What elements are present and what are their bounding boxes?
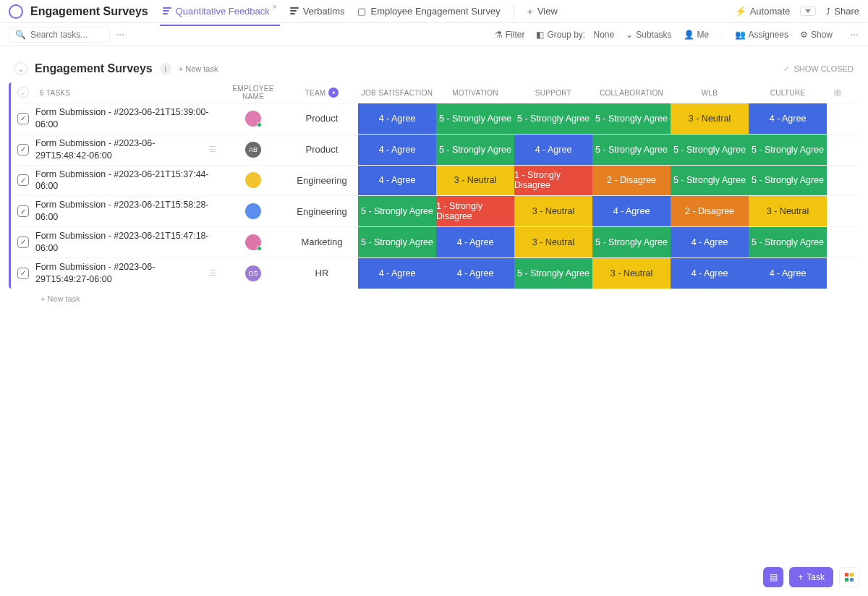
employee-cell[interactable]: AB	[221, 135, 286, 165]
score-cell[interactable]: 5 - Strongly Agree	[671, 166, 749, 196]
task-name-cell[interactable]: Form Submission - #2023-06-21T15:47:18-0…	[35, 227, 221, 257]
col-motivation[interactable]: MOTIVATION	[436, 89, 514, 97]
employee-cell[interactable]	[221, 166, 286, 196]
table-row[interactable]: ✓Form Submission - #2023-06-21T15:37:44-…	[11, 165, 859, 196]
team-cell[interactable]: Product	[286, 135, 358, 165]
score-cell[interactable]: 3 - Neutral	[671, 103, 749, 134]
score-cell[interactable]: 3 - Neutral	[592, 258, 671, 289]
group-by-button[interactable]: ◧Group by: None	[536, 30, 614, 40]
team-cell[interactable]: HR	[286, 258, 358, 289]
task-status-checkbox[interactable]: ✓	[11, 196, 35, 226]
score-cell[interactable]: 4 - Agree	[358, 166, 436, 196]
table-row[interactable]: ✓Form Submission - #2023-06-21T15:58:28-…	[11, 195, 859, 226]
automate-button[interactable]: ⚡ Automate	[735, 6, 791, 17]
score-cell[interactable]: 4 - Agree	[671, 227, 749, 257]
col-collaboration[interactable]: COLLABORATION	[592, 89, 671, 97]
col-employee-name[interactable]: EMPLOYEE NAME	[221, 85, 286, 101]
team-cell[interactable]: Engineering	[286, 196, 358, 226]
score-cell[interactable]: 4 - Agree	[514, 135, 592, 165]
score-cell[interactable]: 4 - Agree	[358, 135, 436, 165]
employee-cell[interactable]	[221, 196, 286, 226]
automate-dropdown[interactable]	[800, 7, 816, 16]
table-row[interactable]: ✓Form Submission - #2023-06-21T15:39:00-…	[11, 103, 859, 134]
info-icon[interactable]: i	[160, 63, 171, 74]
score-cell[interactable]: 4 - Agree	[436, 227, 514, 257]
score-cell[interactable]: 4 - Agree	[358, 103, 436, 134]
app-logo-icon[interactable]	[9, 4, 23, 19]
toolbar-more-button[interactable]: ⋯	[850, 30, 859, 40]
score-cell[interactable]: 5 - Strongly Agree	[436, 135, 514, 165]
add-view-button[interactable]: + View	[527, 1, 558, 22]
search-more-button[interactable]: ⋯	[116, 30, 125, 40]
score-cell[interactable]: 4 - Agree	[592, 196, 671, 226]
col-wlb[interactable]: WLB	[671, 89, 749, 97]
new-task-link[interactable]: + New task	[179, 64, 218, 73]
score-cell[interactable]: 5 - Strongly Agree	[436, 103, 514, 134]
score-cell[interactable]: 5 - Strongly Agree	[358, 196, 436, 226]
task-status-checkbox[interactable]: ✓	[11, 227, 35, 257]
score-cell[interactable]: 4 - Agree	[749, 258, 827, 289]
score-cell[interactable]: 4 - Agree	[749, 103, 827, 134]
show-button[interactable]: ⚙Show	[800, 30, 833, 40]
table-row[interactable]: ✓Form Submission - #2023-06-29T15:49:27-…	[11, 257, 859, 289]
score-cell[interactable]: 3 - Neutral	[514, 196, 592, 226]
expand-all-button[interactable]: ⌄	[11, 87, 35, 98]
employee-cell[interactable]	[221, 103, 286, 134]
col-team[interactable]: TEAM✦	[286, 88, 358, 98]
score-cell[interactable]: 5 - Strongly Agree	[592, 227, 671, 257]
score-cell[interactable]: 5 - Strongly Agree	[749, 166, 827, 196]
score-cell[interactable]: 1 - Strongly Disagree	[436, 196, 514, 226]
team-cell[interactable]: Product	[286, 103, 358, 134]
table-row[interactable]: ✓Form Submission - #2023-06-21T15:47:18-…	[11, 226, 859, 257]
col-job-satisfaction[interactable]: JOB SATISFACTION	[358, 89, 436, 97]
score-cell[interactable]: 5 - Strongly Agree	[514, 258, 592, 289]
tab-employee-engagement-survey[interactable]: ▢ Employee Engagement Survey	[357, 1, 500, 21]
tab-quantitative-feedback[interactable]: Quantitative Feedback ×	[163, 1, 277, 21]
task-status-checkbox[interactable]: ✓	[11, 258, 35, 289]
score-cell[interactable]: 3 - Neutral	[514, 227, 592, 257]
task-status-checkbox[interactable]: ✓	[11, 135, 35, 165]
assignees-button[interactable]: 👥Assignees	[735, 30, 788, 40]
task-name-cell[interactable]: Form Submission - #2023-06-21T15:39:00-0…	[35, 103, 221, 134]
score-cell[interactable]: 5 - Strongly Agree	[592, 135, 671, 165]
tab-verbatims[interactable]: Verbatims	[290, 1, 345, 21]
subtasks-button[interactable]: ⌄Subtasks	[626, 30, 671, 40]
task-status-checkbox[interactable]: ✓	[11, 103, 35, 134]
team-cell[interactable]: Marketing	[286, 227, 358, 257]
score-cell[interactable]: 5 - Strongly Agree	[749, 135, 827, 165]
score-cell[interactable]: 2 - Disagree	[592, 166, 671, 196]
score-cell[interactable]: 4 - Agree	[358, 258, 436, 289]
score-cell[interactable]: 3 - Neutral	[436, 166, 514, 196]
score-cell[interactable]: 1 - Strongly Disagree	[514, 166, 592, 196]
score-cell[interactable]: 3 - Neutral	[749, 196, 827, 226]
col-support[interactable]: SUPPORT	[514, 89, 592, 97]
task-status-checkbox[interactable]: ✓	[11, 166, 35, 196]
add-column-button[interactable]: ⊕	[827, 87, 848, 98]
col-culture[interactable]: CULTURE	[749, 89, 827, 97]
employee-cell[interactable]	[221, 227, 286, 257]
score-cell[interactable]: 2 - Disagree	[671, 196, 749, 226]
share-button[interactable]: ⤴ Share	[826, 6, 859, 17]
footer-new-task-link[interactable]: + New task	[9, 289, 859, 303]
search-box[interactable]: 🔍	[9, 27, 110, 43]
score-cell[interactable]: 5 - Strongly Agree	[592, 103, 671, 134]
me-button[interactable]: 👤Me	[684, 30, 710, 40]
score-cell[interactable]: 5 - Strongly Agree	[749, 227, 827, 257]
score-cell[interactable]: 4 - Agree	[671, 258, 749, 289]
score-cell[interactable]: 5 - Strongly Agree	[671, 135, 749, 165]
show-closed-button[interactable]: ✓ SHOW CLOSED	[783, 64, 854, 74]
filter-button[interactable]: ⚗Filter	[495, 30, 525, 40]
search-input[interactable]	[30, 30, 103, 40]
task-name-cell[interactable]: Form Submission - #2023-06-21T15:58:28-0…	[35, 196, 221, 226]
score-cell[interactable]: 5 - Strongly Agree	[358, 227, 436, 257]
task-name-cell[interactable]: Form Submission - #2023-06-29T15:49:27-0…	[35, 258, 221, 289]
collapse-group-button[interactable]: ⌄	[14, 62, 27, 75]
employee-cell[interactable]: GS	[221, 258, 286, 289]
task-name-cell[interactable]: Form Submission - #2023-06-21T15:37:44-0…	[35, 166, 221, 196]
table-row[interactable]: ✓Form Submission - #2023-06-29T15:48:42-…	[11, 134, 859, 165]
close-icon[interactable]: ×	[273, 3, 277, 11]
score-cell[interactable]: 4 - Agree	[436, 258, 514, 289]
team-cell[interactable]: Engineering	[286, 166, 358, 196]
score-cell[interactable]: 5 - Strongly Agree	[514, 103, 592, 134]
task-name-cell[interactable]: Form Submission - #2023-06-29T15:48:42-0…	[35, 135, 221, 165]
